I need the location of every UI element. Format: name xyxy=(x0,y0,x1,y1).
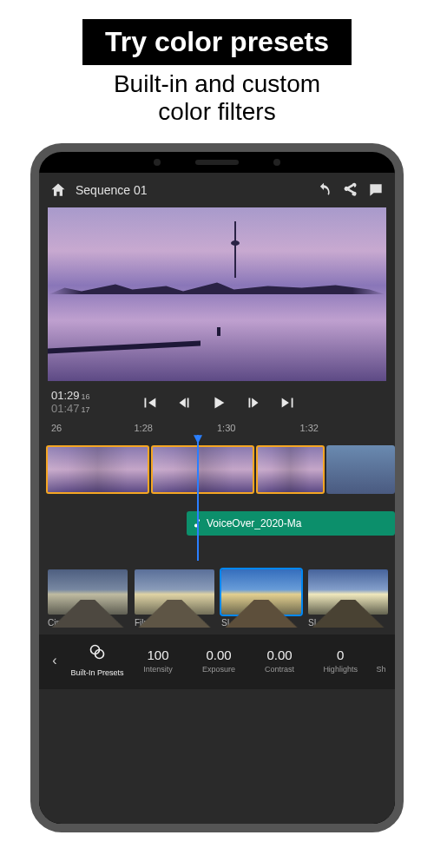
top-bar: Sequence 01 xyxy=(39,173,395,207)
preset-item[interactable]: Cinematic xyxy=(48,569,128,628)
video-track[interactable] xyxy=(39,445,395,494)
contrast-control[interactable]: 0.00 Contrast xyxy=(251,648,308,674)
presets-icon xyxy=(89,643,106,661)
app-screen: Sequence 01 01:2916 01:4717 xyxy=(39,173,395,824)
video-clip[interactable] xyxy=(46,445,149,494)
playback-controls xyxy=(140,393,298,412)
shadows-control[interactable]: Sh xyxy=(372,648,390,674)
adjust-bar: ‹ Built-In Presets 100 Intensity 0.00 Ex… xyxy=(39,635,395,689)
play-icon[interactable] xyxy=(209,393,228,412)
preset-strip[interactable]: Cinematic Film SL Kodak SL Bleac xyxy=(39,561,395,628)
preset-item[interactable]: SL Bleac xyxy=(308,569,388,628)
comment-icon[interactable] xyxy=(367,181,385,199)
video-clip[interactable] xyxy=(326,445,395,494)
video-preview[interactable] xyxy=(48,207,386,381)
timecode-display: 01:2916 01:4717 xyxy=(51,390,90,416)
share-icon[interactable] xyxy=(341,181,358,199)
playhead[interactable] xyxy=(197,435,199,561)
phone-frame: Sequence 01 01:2916 01:4717 xyxy=(30,143,404,832)
intensity-control[interactable]: 100 Intensity xyxy=(129,648,187,674)
highlights-control[interactable]: 0 Highlights xyxy=(312,648,369,674)
video-clip[interactable] xyxy=(256,445,325,494)
skip-end-icon[interactable] xyxy=(279,393,298,412)
preset-item[interactable]: Film xyxy=(135,569,214,628)
frame-back-icon[interactable] xyxy=(174,393,194,412)
preset-item-selected[interactable]: SL Kodak xyxy=(221,569,301,628)
builtin-presets-button[interactable]: Built-In Presets xyxy=(69,643,126,677)
undo-icon[interactable] xyxy=(315,181,332,199)
video-clip[interactable] xyxy=(151,445,254,494)
time-ruler[interactable]: 26 1:28 1:30 1:32 xyxy=(39,419,395,435)
audio-clip-label: VoiceOver_2020-Ma xyxy=(207,517,301,529)
sequence-title: Sequence 01 xyxy=(76,183,148,197)
playback-row: 01:2916 01:4717 xyxy=(39,381,395,419)
promo-subtitle: Built-in and custom color filters xyxy=(0,70,434,126)
back-icon[interactable]: ‹ xyxy=(44,653,65,668)
phone-earpiece xyxy=(39,152,395,173)
exposure-control[interactable]: 0.00 Exposure xyxy=(190,648,247,674)
home-icon[interactable] xyxy=(49,181,67,199)
frame-fwd-icon[interactable] xyxy=(244,393,263,412)
promo-title: Try color presets xyxy=(82,19,352,65)
audio-clip[interactable]: VoiceOver_2020-Ma xyxy=(187,511,395,536)
skip-start-icon[interactable] xyxy=(140,393,159,412)
timeline[interactable]: VoiceOver_2020-Ma xyxy=(39,435,395,561)
